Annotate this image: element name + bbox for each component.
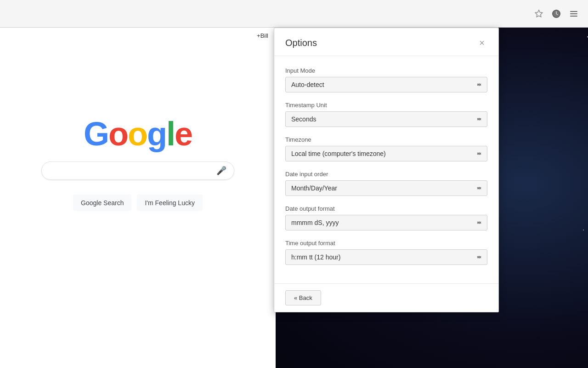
logo-le: l xyxy=(166,115,175,152)
logo-o2: o xyxy=(128,115,147,152)
bookmark-icon[interactable] xyxy=(534,9,544,19)
timezone-select[interactable]: Local time (computer's timezone) UTC Cus… xyxy=(285,146,487,161)
timestamp-unit-select[interactable]: Seconds Milliseconds Microseconds xyxy=(285,111,487,127)
options-header: Options × xyxy=(274,28,498,56)
options-body: Input Mode Auto-detect Unix Timestamp Da… xyxy=(274,56,498,283)
svg-point-18 xyxy=(583,230,584,230)
google-buttons: Google Search I'm Feeling Lucky xyxy=(73,195,203,211)
timestamp-unit-label: Timestamp Unit xyxy=(285,102,487,109)
google-page: +Bill Google 🎤 Google Search I'm Feeling… xyxy=(0,28,276,368)
time-output-format-field: Time output format h:mm tt (12 hour) HH:… xyxy=(285,240,487,265)
timestamp-unit-field: Timestamp Unit Seconds Milliseconds Micr… xyxy=(285,102,487,127)
google-top-bar: +Bill xyxy=(0,28,276,44)
google-logo: Google xyxy=(84,117,192,150)
clock-icon[interactable] xyxy=(551,9,561,19)
timezone-field: Timezone Local time (computer's timezone… xyxy=(285,136,487,161)
input-mode-select[interactable]: Auto-detect Unix Timestamp Date/Time Str… xyxy=(285,77,487,92)
logo-g: G xyxy=(84,115,108,152)
svg-rect-31 xyxy=(570,11,577,12)
date-input-order-field: Date input order Month/Day/Year Day/Mont… xyxy=(285,171,487,196)
input-mode-label: Input Mode xyxy=(285,67,487,74)
date-input-order-label: Date input order xyxy=(285,171,487,178)
feeling-lucky-button[interactable]: I'm Feeling Lucky xyxy=(137,195,203,211)
logo-gl: g xyxy=(147,115,166,152)
options-title: Options xyxy=(285,38,317,48)
plus-bill: +Bill xyxy=(257,32,268,39)
date-output-format-select[interactable]: mmmm dS, yyyy MM/DD/YYYY DD/MM/YYYY YYYY… xyxy=(285,215,487,230)
time-output-format-label: Time output format xyxy=(285,240,487,247)
svg-rect-32 xyxy=(570,13,577,14)
menu-icon[interactable] xyxy=(569,9,579,19)
date-output-format-label: Date output format xyxy=(285,205,487,212)
google-search-button[interactable]: Google Search xyxy=(73,195,131,211)
input-mode-field: Input Mode Auto-detect Unix Timestamp Da… xyxy=(285,67,487,92)
google-search-bar: 🎤 xyxy=(41,161,234,180)
logo-fin: e xyxy=(175,115,192,152)
date-output-format-field: Date output format mmmm dS, yyyy MM/DD/Y… xyxy=(285,205,487,230)
google-logo-area: Google 🎤 Google Search I'm Feeling Lucky xyxy=(0,117,276,211)
close-button[interactable]: × xyxy=(476,37,487,48)
time-output-format-select[interactable]: h:mm tt (12 hour) HH:mm (24 hour) HH:mm:… xyxy=(285,249,487,265)
timezone-label: Timezone xyxy=(285,136,487,143)
google-mic: 🎤 xyxy=(216,166,226,176)
back-button[interactable]: « Back xyxy=(285,290,321,305)
svg-rect-33 xyxy=(570,16,577,17)
options-popup: Options × Input Mode Auto-detect Unix Ti… xyxy=(274,28,499,312)
chrome-toolbar xyxy=(0,0,588,28)
options-footer: « Back xyxy=(274,283,498,312)
date-input-order-select[interactable]: Month/Day/Year Day/Month/Year Year/Month… xyxy=(285,180,487,196)
logo-o1: o xyxy=(108,115,128,152)
